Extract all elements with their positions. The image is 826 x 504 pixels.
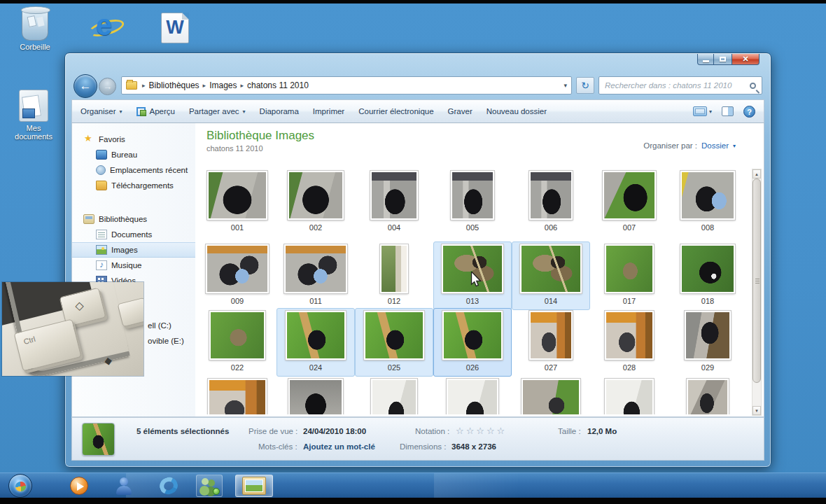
photo-item-002[interactable]: 002 [276, 168, 355, 237]
photo-thumbnail[interactable] [603, 171, 656, 220]
photo-thumbnail[interactable] [286, 311, 346, 360]
photo-thumbnail[interactable] [447, 379, 498, 415]
taskbar-item-explorer-active[interactable] [235, 475, 273, 497]
photo-thumbnail[interactable] [206, 244, 269, 293]
photo-thumbnail[interactable] [685, 311, 731, 360]
photo-thumbnail[interactable] [680, 171, 735, 220]
photo-item-partial[interactable] [198, 376, 276, 415]
rating-stars[interactable]: ☆☆☆☆☆ [456, 426, 507, 436]
toolbar-button-graver[interactable]: Graver [448, 107, 472, 115]
photo-item-025[interactable]: 025 [355, 308, 433, 377]
close-button[interactable]: ✕ [732, 54, 760, 65]
toolbar-button-diaporama[interactable]: Diaporama [260, 107, 299, 115]
photo-item-007[interactable]: 007 [590, 168, 668, 237]
photo-thumbnail[interactable] [605, 244, 654, 293]
photo-thumbnail[interactable] [371, 379, 417, 415]
photo-item-029[interactable]: 029 [668, 308, 747, 377]
desktop-icon-corbeille[interactable]: Corbeille [13, 8, 57, 51]
breadcrumb-segment-images[interactable]: Images [209, 80, 237, 90]
photo-thumbnail[interactable] [451, 171, 494, 220]
scroll-up-icon[interactable]: ▲ [752, 169, 761, 178]
taskbar-item-messenger-contact[interactable] [111, 475, 137, 497]
toolbar-button-partager-avec[interactable]: Partager avec▾ [189, 107, 246, 115]
minimize-button[interactable] [697, 54, 714, 65]
change-view-button[interactable]: ▾ [693, 106, 712, 116]
photo-item-018[interactable]: 018 [668, 241, 747, 310]
photo-item-partial[interactable] [355, 376, 433, 415]
nav-group-header-favoris[interactable]: Favoris [72, 132, 195, 147]
sidebar-item-emplacements-recent[interactable]: Emplacements récent [72, 162, 195, 178]
photo-item-001[interactable]: 001 [198, 168, 276, 237]
sidebar-item-bureau[interactable]: Bureau [72, 147, 195, 162]
photo-item-028[interactable]: 028 [590, 308, 668, 377]
photo-thumbnail[interactable] [680, 244, 735, 293]
photo-item-008[interactable]: 008 [668, 168, 747, 237]
photo-thumbnail[interactable] [442, 244, 503, 293]
nav-group-header-bibliotheques[interactable]: Bibliothèques [72, 211, 195, 227]
photo-item-partial[interactable] [433, 376, 512, 415]
toolbar-button-imprimer[interactable]: Imprimer [313, 107, 344, 115]
photo-thumbnail[interactable] [442, 311, 503, 360]
vertical-scrollbar[interactable]: ▲ ▼ [752, 169, 762, 416]
photo-thumbnail[interactable] [209, 311, 265, 360]
taskbar-item-live-messenger[interactable] [196, 475, 223, 497]
photo-thumbnail[interactable] [207, 171, 267, 220]
photo-thumbnail[interactable] [529, 311, 573, 360]
photo-thumbnail[interactable] [284, 244, 347, 293]
photo-thumbnail[interactable] [529, 171, 573, 220]
breadcrumb[interactable]: ▸Bibliothèques▸Images▸chatons 11 2010 ▾ [121, 76, 572, 94]
organize-by[interactable]: Organiser par : Dossier ▾ [643, 141, 736, 150]
photo-thumbnail[interactable] [288, 379, 343, 415]
maximize-button[interactable] [714, 54, 732, 65]
start-button[interactable] [8, 474, 32, 498]
breadcrumb-segment-chatons-11-2010[interactable]: chatons 11 2010 [247, 80, 309, 90]
photo-thumbnail[interactable] [605, 379, 654, 415]
scroll-down-icon[interactable]: ▼ [752, 406, 761, 415]
photo-item-partial[interactable] [668, 376, 747, 415]
photo-item-partial[interactable] [590, 376, 668, 415]
photo-item-022[interactable]: 022 [198, 308, 276, 377]
photo-thumbnail[interactable] [208, 379, 267, 415]
taskbar-item-blue-ring-app[interactable] [155, 475, 182, 497]
photo-item-013[interactable]: 013 [433, 241, 512, 310]
breadcrumb-segment-bibliotheques[interactable]: Bibliothèques [149, 80, 200, 90]
sidebar-item-documents[interactable]: Documents [72, 227, 195, 242]
photo-thumbnail[interactable] [522, 379, 580, 415]
photo-item-024[interactable]: 024 [276, 308, 355, 377]
photo-item-006[interactable]: 006 [512, 168, 590, 237]
toolbar-button-apercu[interactable]: Aperçu [136, 107, 175, 116]
address-dropdown-icon[interactable]: ▾ [564, 82, 567, 89]
photo-item-005[interactable]: 005 [433, 168, 512, 237]
desktop-icon-word-document[interactable] [153, 13, 197, 43]
photo-item-partial[interactable] [276, 376, 355, 415]
sidebar-item-telechargements[interactable]: Téléchargements [72, 178, 195, 193]
photo-item-012[interactable]: 012 [355, 241, 433, 310]
photo-item-027[interactable]: 027 [512, 308, 590, 377]
photo-item-partial[interactable] [512, 376, 590, 415]
photo-thumbnail[interactable] [687, 379, 729, 415]
photo-thumbnail[interactable] [380, 244, 408, 293]
photo-item-026[interactable]: 026 [433, 308, 512, 377]
photo-thumbnail[interactable] [370, 171, 418, 220]
photo-item-009[interactable]: 009 [198, 241, 276, 310]
photo-item-011[interactable]: 011 [276, 241, 355, 310]
sidebar-item-images[interactable]: Images [72, 242, 195, 258]
desktop-icon-mes-documents[interactable]: Mes documents [11, 90, 56, 141]
add-tag-link[interactable]: Ajoutez un mot-clé [303, 442, 375, 451]
photo-thumbnail[interactable] [520, 244, 582, 293]
photo-thumbnail[interactable] [288, 171, 344, 220]
scrollbar-thumb[interactable] [752, 178, 761, 383]
search-input[interactable]: Rechercher dans : chatons 11 2010 [598, 76, 762, 94]
toolbar-button-nouveau-dossier[interactable]: Nouveau dossier [486, 107, 547, 115]
toolbar-button-courrier-electronique[interactable]: Courrier électronique [358, 107, 433, 115]
photo-thumbnail[interactable] [364, 311, 424, 360]
preview-pane-button[interactable] [722, 106, 734, 116]
photo-item-017[interactable]: 017 [590, 241, 668, 310]
forward-button[interactable]: → [99, 78, 116, 95]
sidebar-item-musique[interactable]: Musique [72, 258, 195, 273]
refresh-button[interactable]: ↻ [576, 77, 594, 94]
toolbar-button-organiser[interactable]: Organiser▾ [80, 107, 122, 115]
taskbar-item-media-player[interactable] [66, 475, 92, 497]
photo-item-014[interactable]: 014 [512, 241, 590, 310]
help-button[interactable]: ? [743, 106, 755, 118]
